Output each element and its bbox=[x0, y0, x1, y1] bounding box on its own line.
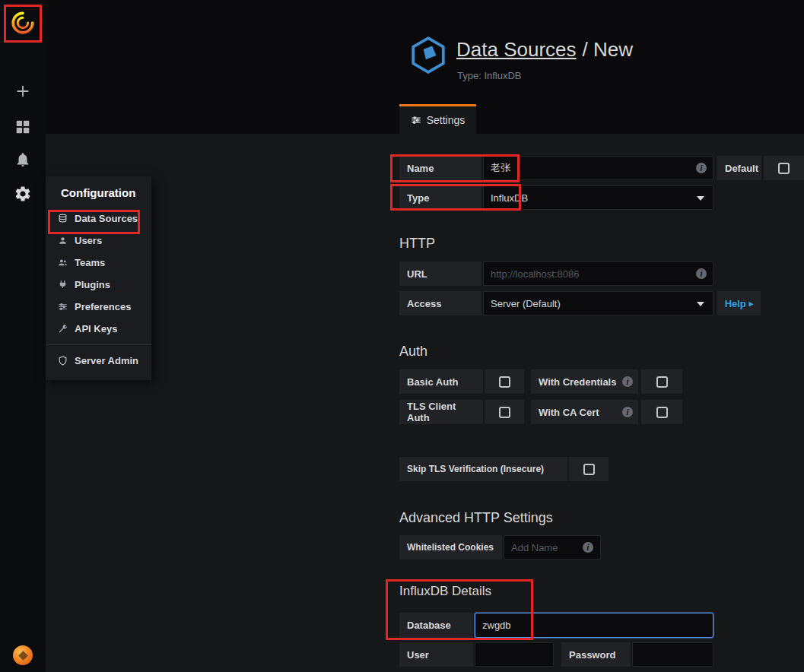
sidebar bbox=[0, 0, 46, 672]
help-button[interactable]: Help ▸ bbox=[717, 291, 761, 315]
menu-item-label: Plugins bbox=[75, 279, 110, 290]
password-label: Password bbox=[561, 642, 631, 667]
user-icon bbox=[58, 236, 68, 246]
users-icon bbox=[58, 258, 68, 268]
url-label: URL bbox=[399, 262, 481, 286]
database-input[interactable] bbox=[475, 613, 713, 638]
menu-item-label: Server Admin bbox=[75, 355, 138, 366]
menu-item-teams[interactable]: Teams bbox=[46, 252, 151, 274]
with-ca-cert-checkbox[interactable] bbox=[641, 400, 682, 424]
menu-item-server-admin[interactable]: Server Admin bbox=[46, 350, 151, 372]
info-icon: i bbox=[696, 268, 707, 279]
menu-item-data-sources[interactable]: Data Sources bbox=[46, 208, 151, 230]
info-icon: i bbox=[583, 542, 593, 553]
configuration-gear-icon[interactable] bbox=[14, 185, 32, 203]
page-title: Data Sources/ New bbox=[456, 38, 633, 62]
skip-tls-label: Skip TLS Verification (Insecure) bbox=[399, 457, 567, 481]
url-input[interactable] bbox=[483, 262, 713, 286]
menu-item-label: API Keys bbox=[75, 323, 117, 334]
checkbox-box bbox=[583, 464, 595, 475]
breadcrumb-data-sources-link[interactable]: Data Sources bbox=[456, 38, 577, 61]
database-icon bbox=[58, 214, 68, 223]
page-subtitle: Type: InfluxDB bbox=[457, 70, 522, 81]
chevron-down-icon bbox=[697, 196, 704, 201]
add-icon[interactable] bbox=[14, 83, 31, 100]
menu-item-label: Teams bbox=[75, 257, 105, 268]
menu-item-api-keys[interactable]: API Keys bbox=[46, 318, 151, 340]
alerting-bell-icon[interactable] bbox=[14, 151, 31, 168]
user-label: User bbox=[399, 642, 473, 667]
menu-divider bbox=[46, 344, 151, 345]
default-checkbox[interactable] bbox=[764, 156, 804, 180]
with-ca-cert-text: With CA Cert bbox=[539, 407, 599, 418]
advanced-http-heading: Advanced HTTP Settings bbox=[399, 510, 553, 526]
password-input[interactable] bbox=[632, 642, 713, 667]
configuration-menu-title: Configuration bbox=[46, 176, 151, 208]
skip-tls-checkbox[interactable] bbox=[569, 457, 609, 481]
info-icon: i bbox=[696, 163, 707, 173]
menu-item-preferences[interactable]: Preferences bbox=[46, 296, 151, 318]
info-icon: i bbox=[622, 376, 633, 387]
with-credentials-text: With Credentials bbox=[539, 376, 616, 388]
help-button-label: Help bbox=[725, 298, 746, 309]
caret-right-icon: ▸ bbox=[749, 299, 754, 309]
whitelisted-cookies-label: Whitelisted Cookies bbox=[399, 535, 502, 559]
auth-heading: Auth bbox=[399, 344, 427, 360]
grafana-logo[interactable] bbox=[8, 8, 37, 37]
influxdb-logo bbox=[409, 36, 447, 74]
info-icon: i bbox=[622, 407, 633, 417]
checkbox-box bbox=[499, 407, 510, 418]
checkbox-box bbox=[656, 376, 668, 388]
tab-settings-label: Settings bbox=[427, 114, 466, 126]
http-heading: HTTP bbox=[399, 236, 435, 252]
menu-item-label: Users bbox=[75, 235, 102, 246]
wrench-icon bbox=[58, 324, 68, 334]
menu-item-label: Data Sources bbox=[75, 213, 138, 224]
breadcrumb-new: / New bbox=[583, 38, 633, 61]
checkbox-box bbox=[778, 163, 790, 174]
access-select[interactable]: Server (Default) bbox=[483, 291, 713, 315]
with-credentials-checkbox[interactable] bbox=[641, 369, 682, 394]
checkbox-box bbox=[656, 407, 668, 418]
basic-auth-label: Basic Auth bbox=[399, 369, 483, 394]
tab-settings[interactable]: Settings bbox=[399, 104, 476, 134]
access-label: Access bbox=[399, 291, 481, 315]
user-avatar[interactable] bbox=[13, 645, 33, 665]
shield-icon bbox=[58, 356, 68, 366]
menu-item-label: Preferences bbox=[75, 301, 131, 312]
sliders-icon bbox=[58, 302, 68, 312]
type-select[interactable]: InfluxDB bbox=[483, 185, 713, 210]
chevron-down-icon bbox=[697, 302, 704, 306]
type-label: Type bbox=[399, 185, 481, 210]
type-select-value: InfluxDB bbox=[491, 192, 528, 204]
plug-icon bbox=[58, 280, 68, 290]
user-input[interactable] bbox=[475, 642, 554, 667]
dashboards-icon[interactable] bbox=[14, 119, 31, 135]
default-label: Default bbox=[717, 156, 761, 180]
basic-auth-checkbox[interactable] bbox=[485, 369, 524, 394]
database-label: Database bbox=[399, 613, 473, 638]
name-input[interactable] bbox=[483, 156, 713, 180]
menu-item-plugins[interactable]: Plugins bbox=[46, 274, 151, 296]
menu-item-users[interactable]: Users bbox=[46, 230, 151, 252]
influxdb-details-heading: InfluxDB Details bbox=[399, 584, 491, 599]
access-select-value: Server (Default) bbox=[491, 298, 561, 309]
checkbox-box bbox=[499, 376, 510, 388]
name-label: Name bbox=[399, 156, 481, 180]
tls-client-auth-label: TLS Client Auth bbox=[399, 400, 483, 424]
grafana-datasource-page: Configuration Data Sources Users Teams P… bbox=[0, 0, 804, 672]
configuration-menu: Configuration Data Sources Users Teams P… bbox=[46, 176, 151, 380]
avatar-glyph bbox=[18, 651, 28, 661]
sliders-icon bbox=[411, 115, 421, 125]
tls-client-auth-checkbox[interactable] bbox=[485, 400, 524, 424]
